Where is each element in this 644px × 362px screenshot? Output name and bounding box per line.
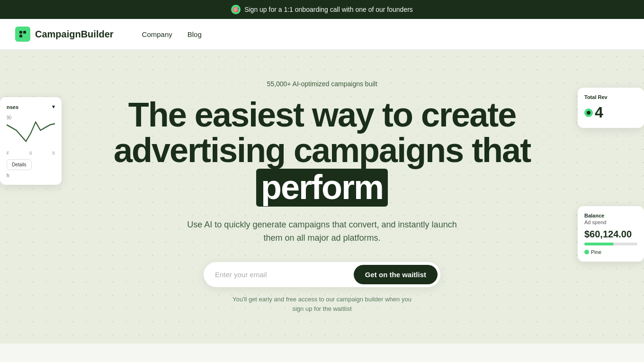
svg-rect-1 [23, 31, 26, 34]
chart-area: 90 [7, 114, 55, 147]
hero-section: nses ▾ 90 F S S Details h Total Rev 4 [0, 50, 644, 344]
revenue-card: Total Rev 4 [578, 88, 644, 128]
hero-title-line2: advertising campaigns that [114, 131, 530, 169]
logo[interactable]: CampaignBuilder [15, 27, 114, 42]
svg-text:90: 90 [7, 115, 12, 120]
pine-dot [584, 250, 589, 254]
balance-subtitle: Ad spend [584, 219, 637, 225]
banner-text: Sign up for a 1:1 onboarding call with o… [244, 6, 413, 13]
navbar: CampaignBuilder Company Blog [0, 19, 644, 50]
logo-icon [15, 27, 30, 42]
chart-card-header: nses ▾ [7, 104, 55, 110]
hero-subtitle: Use AI to quickly generate campaigns tha… [180, 218, 464, 245]
logo-text: CampaignBuilder [35, 29, 114, 40]
svg-rect-2 [19, 35, 22, 37]
banner-icon: 🎯 [231, 5, 241, 14]
balance-amount: $60,124.00 [584, 229, 637, 240]
balance-title: Balance [584, 213, 637, 218]
revenue-dot [584, 109, 593, 117]
nav-links: Company Blog [142, 30, 202, 38]
svg-point-5 [587, 111, 590, 115]
chart-dropdown-icon: ▾ [52, 104, 55, 110]
revenue-badge: 4 [584, 104, 603, 121]
hero-stat: 55,000+ AI-optimized campaigns built [109, 80, 535, 88]
email-form: Get on the waitlist [204, 262, 440, 287]
progress-bar [584, 243, 637, 245]
chart-card-left: nses ▾ 90 F S S Details h [0, 97, 62, 185]
email-input[interactable] [215, 271, 354, 279]
pine-label: Pine [591, 249, 601, 255]
chart-label-s1: S [29, 151, 32, 155]
hero-title-highlight: perform [256, 169, 388, 207]
chart-label-s2: S [52, 151, 55, 155]
revenue-title: Total Rev [584, 94, 637, 100]
balance-card: Balance Ad spend $60,124.00 Pine [578, 206, 644, 262]
chart-card-title: nses [7, 104, 18, 110]
hero-note: You'll get early and free access to our … [227, 295, 417, 313]
top-banner: 🎯 Sign up for a 1:1 onboarding call with… [0, 0, 644, 19]
chart-label-f: F [7, 151, 9, 155]
waitlist-button[interactable]: Get on the waitlist [354, 265, 438, 284]
pine-badge: Pine [584, 249, 637, 255]
nav-company[interactable]: Company [142, 30, 172, 38]
progress-fill [584, 243, 614, 245]
hero-content: 55,000+ AI-optimized campaigns built The… [109, 80, 535, 313]
hero-title-line1: The easiest way to create [128, 96, 516, 134]
revenue-number: 4 [595, 104, 603, 121]
hero-title: The easiest way to create advertising ca… [109, 97, 535, 207]
svg-rect-0 [19, 31, 22, 34]
nav-blog[interactable]: Blog [188, 30, 202, 38]
svg-rect-3 [23, 35, 26, 37]
details-button[interactable]: Details [7, 159, 32, 170]
card-extra-text: h [7, 173, 55, 178]
